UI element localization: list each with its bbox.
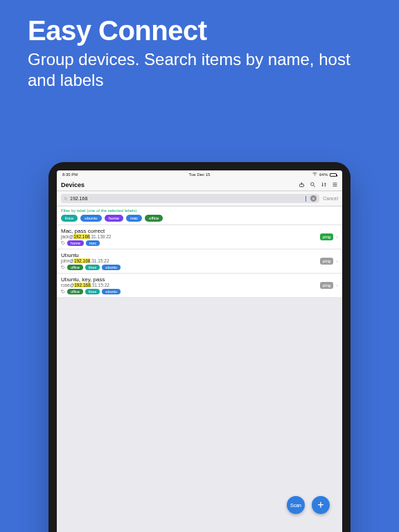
chevron-right-icon: › — [336, 234, 338, 240]
ping-badge[interactable]: ping — [320, 282, 333, 289]
page-title: Devices — [61, 181, 294, 188]
tag-icon — [61, 265, 65, 269]
hero-subtitle: Group devices. Search items by name, hos… — [28, 49, 371, 91]
filter-pill[interactable]: home — [105, 215, 123, 222]
device-tag: ubuntu — [102, 265, 121, 270]
cancel-search-button[interactable]: Cancel — [323, 196, 338, 201]
device-row[interactable]: Ubuntujohn@192.168.31.15:22officelinuxub… — [57, 249, 342, 274]
device-host: jack@192.168.31.130:22 — [61, 234, 317, 239]
device-tags: homemac — [61, 240, 317, 246]
tablet-screen: 8:35 PM Tue Dec 15 64% Devices — [57, 170, 342, 532]
device-tag: office — [67, 289, 83, 294]
svg-point-4 — [62, 242, 63, 243]
svg-point-6 — [62, 291, 63, 292]
filter-pill[interactable]: office — [145, 215, 163, 222]
add-device-button[interactable]: + — [312, 496, 330, 514]
filter-pill[interactable]: linux — [61, 215, 78, 222]
device-tag: home — [67, 240, 84, 246]
device-name: Ubuntu, key, pass — [61, 276, 317, 283]
svg-point-5 — [62, 267, 63, 267]
clear-search-button[interactable]: ✕ — [310, 195, 317, 202]
device-tag: linux — [85, 265, 100, 270]
chevron-right-icon: › — [336, 258, 338, 265]
list-icon[interactable] — [332, 181, 338, 188]
search-row: 192.168 ✕ Cancel — [57, 191, 342, 206]
navbar: Devices — [57, 179, 342, 191]
scan-button[interactable]: Scan — [287, 496, 305, 514]
hero-title: Easy Connect — [28, 15, 371, 46]
device-tags: officelinuxubuntu — [61, 265, 317, 270]
device-name: Ubuntu — [61, 252, 317, 258]
svg-point-2 — [311, 183, 314, 186]
ping-badge[interactable]: ping — [320, 258, 333, 265]
sort-icon[interactable] — [321, 181, 327, 188]
device-tag: mac — [86, 240, 100, 246]
search-icon[interactable] — [310, 181, 316, 188]
search-input[interactable]: 192.168 ✕ — [61, 194, 319, 203]
battery-icon — [330, 173, 337, 177]
search-glyph-icon — [64, 197, 68, 201]
battery-pct: 64% — [319, 172, 328, 177]
ping-badge[interactable]: ping — [320, 233, 333, 240]
device-name: Mac, pass correct — [61, 228, 317, 234]
device-tag: ubuntu — [102, 289, 121, 294]
svg-point-3 — [64, 197, 66, 200]
filter-pill[interactable]: ubuntu — [80, 215, 101, 222]
device-host: rose@192.168.31.15:22 — [61, 283, 317, 287]
promo-hero: Easy Connect Group devices. Search items… — [0, 0, 399, 98]
wifi-icon — [312, 172, 317, 177]
device-row[interactable]: Mac, pass correctjack@192.168.31.130:22h… — [57, 225, 342, 249]
filter-area: Filter by label (one of the selected lab… — [57, 206, 342, 225]
device-tag: linux — [85, 289, 100, 294]
filter-hint: Filter by label (one of the selected lab… — [61, 209, 338, 213]
tag-icon — [61, 241, 65, 245]
device-tag: office — [67, 265, 83, 270]
device-row[interactable]: Ubuntu, key, passrose@192.168.31.15:22of… — [57, 274, 342, 298]
status-time: 8:35 PM — [62, 172, 78, 177]
svg-point-0 — [314, 175, 315, 176]
import-icon[interactable] — [299, 181, 305, 188]
device-host: john@192.168.31.15:22 — [61, 258, 317, 263]
search-value: 192.168 — [70, 196, 303, 201]
tag-icon — [61, 290, 65, 294]
device-tags: officelinuxubuntu — [61, 289, 317, 294]
content-area: Mac, pass correctjack@192.168.31.130:22h… — [57, 225, 342, 532]
text-cursor — [305, 196, 306, 202]
status-date: Tue Dec 15 — [189, 172, 211, 177]
chevron-right-icon: › — [336, 283, 338, 289]
status-bar: 8:35 PM Tue Dec 15 64% — [57, 170, 342, 179]
filter-pill[interactable]: mac — [126, 215, 142, 222]
tablet-frame: 8:35 PM Tue Dec 15 64% Devices — [48, 162, 351, 532]
